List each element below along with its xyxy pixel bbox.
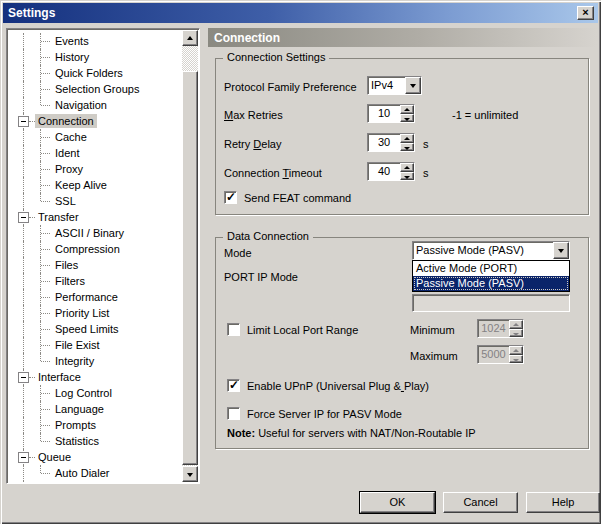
tree-item-label[interactable]: SSL (52, 194, 79, 208)
tree-item[interactable]: Interface (8, 369, 182, 385)
tree-item[interactable]: Auto Dialer (8, 465, 182, 481)
retry-delay-value[interactable]: 30 (368, 134, 400, 151)
tree-item-label[interactable]: Filters (52, 274, 88, 288)
cancel-button[interactable]: Cancel (443, 492, 518, 513)
tree-item[interactable]: Ident (8, 145, 182, 161)
tree-item[interactable]: Prompts (8, 417, 182, 433)
mode-select[interactable]: Passive Mode (PASV) (412, 241, 570, 260)
tree-item-label[interactable]: Integrity (52, 354, 97, 368)
max-retries-stepper[interactable]: 10 (367, 104, 415, 123)
tree-item-label[interactable]: Priority List (52, 306, 112, 320)
spin-up-button[interactable] (400, 105, 414, 114)
tree-item-label[interactable]: Quick Folders (52, 66, 126, 80)
tree-item-label[interactable]: Language (52, 402, 107, 416)
tree-item-label[interactable]: Auto Dialer (52, 466, 112, 480)
protocol-dropdown-button[interactable] (405, 77, 421, 94)
max-retries-value[interactable]: 10 (368, 105, 400, 122)
connection-timeout-value[interactable]: 40 (368, 163, 400, 180)
spin-down-button[interactable] (400, 172, 414, 181)
connection-timeout-label: Connection Timeout (224, 167, 322, 179)
check-icon: ✓ (226, 190, 236, 204)
tree-item[interactable]: Selection Groups (8, 81, 182, 97)
force-server-ip-checkbox[interactable] (227, 407, 240, 420)
tree-item[interactable]: Queue (8, 449, 182, 465)
tree-item-label[interactable]: Compression (52, 242, 123, 256)
help-button[interactable]: Help (526, 492, 600, 513)
tree-item-label[interactable]: Log Control (52, 386, 115, 400)
spin-up-button[interactable] (400, 163, 414, 172)
spin-down-button[interactable] (400, 143, 414, 152)
tree-item[interactable]: Log Control (8, 385, 182, 401)
tree-item[interactable]: Quick Folders (8, 65, 182, 81)
scroll-thumb[interactable] (182, 71, 198, 465)
tree-item[interactable]: Speed Limits (8, 321, 182, 337)
ok-button[interactable]: OK (360, 492, 435, 513)
tree-item-label[interactable]: History (52, 50, 92, 64)
tree-item[interactable]: Statistics (8, 433, 182, 449)
tree-item[interactable]: Performance (8, 289, 182, 305)
feat-checkbox[interactable]: ✓ (224, 191, 237, 204)
spin-up-button[interactable] (400, 134, 414, 143)
scroll-down-button[interactable] (182, 466, 198, 482)
tree-item-label[interactable]: File Exist (52, 338, 103, 352)
tree-item[interactable]: Connection (8, 113, 182, 129)
connection-timeout-stepper[interactable]: 40 (367, 162, 415, 181)
tree-collapse-icon[interactable] (18, 116, 29, 127)
tree-item-label[interactable]: Transfer (35, 210, 82, 224)
tree-item-label[interactable]: Speed Limits (52, 322, 122, 336)
mode-dropdown-button[interactable] (553, 242, 569, 259)
tree-item-label[interactable]: Connection (35, 114, 97, 128)
tree-item-label[interactable]: Ident (52, 146, 82, 160)
tree-item[interactable]: Backup (8, 481, 182, 482)
tree-item[interactable]: Language (8, 401, 182, 417)
titlebar[interactable]: Settings × (3, 3, 598, 23)
protocol-family-select[interactable]: IPv4 (367, 76, 422, 95)
mode-option[interactable]: Active Mode (PORT) (413, 261, 569, 276)
tree-item-label[interactable]: Interface (35, 370, 84, 384)
tree-item[interactable]: Compression (8, 241, 182, 257)
tree-item[interactable]: Priority List (8, 305, 182, 321)
tree-item-label[interactable]: Cache (52, 130, 90, 144)
tree-item-label[interactable]: Queue (35, 450, 74, 464)
tree-item-label[interactable]: Statistics (52, 434, 102, 448)
retry-delay-stepper[interactable]: 30 (367, 133, 415, 152)
tree-collapse-icon[interactable] (18, 372, 29, 383)
tree-item-label[interactable]: Performance (52, 290, 121, 304)
tree-item[interactable]: Filters (8, 273, 182, 289)
spin-down-button[interactable] (400, 114, 414, 123)
upnp-checkbox-label[interactable]: Enable UPnP (Universal Plug & Play) (247, 380, 429, 392)
tree-item[interactable]: Keep Alive (8, 177, 182, 193)
group-legend: Connection Settings (223, 51, 329, 63)
tree-item-label[interactable]: Events (52, 34, 92, 48)
tree-guide (23, 49, 24, 65)
tree-item[interactable]: File Exist (8, 337, 182, 353)
limit-port-range-label[interactable]: Limit Local Port Range (247, 324, 358, 336)
tree-item[interactable]: Integrity (8, 353, 182, 369)
force-server-ip-label[interactable]: Force Server IP for PASV Mode (247, 408, 402, 420)
limit-port-range-checkbox[interactable] (227, 323, 240, 336)
feat-checkbox-label[interactable]: Send FEAT command (244, 192, 351, 204)
tree-item[interactable]: Transfer (8, 209, 182, 225)
tree-collapse-icon[interactable] (18, 452, 29, 463)
tree-item[interactable]: ASCII / Binary (8, 225, 182, 241)
tree-item-label[interactable]: Keep Alive (52, 178, 110, 192)
tree-item[interactable]: Proxy (8, 161, 182, 177)
tree-item[interactable]: History (8, 49, 182, 65)
tree-item-label[interactable]: Selection Groups (52, 82, 142, 96)
tree-item[interactable]: Events (8, 33, 182, 49)
tree-item-label[interactable]: Navigation (52, 98, 110, 112)
tree-item[interactable]: Files (8, 257, 182, 273)
scroll-up-button[interactable] (182, 30, 198, 46)
upnp-checkbox[interactable]: ✓ (227, 379, 240, 392)
mode-option[interactable]: Passive Mode (PASV) (413, 276, 569, 291)
tree-item[interactable]: Cache (8, 129, 182, 145)
tree-item[interactable]: Navigation (8, 97, 182, 113)
close-icon[interactable]: × (577, 6, 594, 20)
tree-item-label[interactable]: Files (52, 258, 81, 272)
tree-scrollbar[interactable] (182, 30, 198, 482)
tree-item[interactable]: SSL (8, 193, 182, 209)
tree-item-label[interactable]: ASCII / Binary (52, 226, 127, 240)
tree-item-label[interactable]: Prompts (52, 418, 99, 432)
tree-collapse-icon[interactable] (18, 212, 29, 223)
tree-item-label[interactable]: Proxy (52, 162, 86, 176)
